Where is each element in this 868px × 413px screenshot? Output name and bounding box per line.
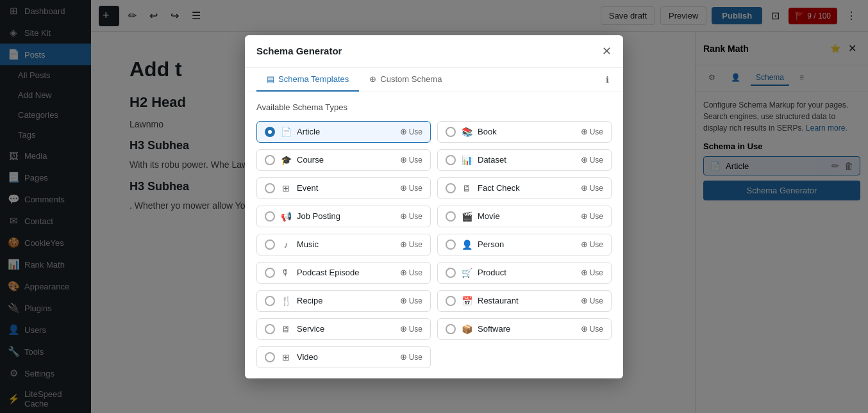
use-icon: ⊕ — [581, 296, 588, 305]
schema-card-event[interactable]: ⊞Event⊕Use — [256, 177, 431, 199]
music-icon: ♪ — [280, 239, 292, 250]
schema-card-person[interactable]: 👤Person⊕Use — [437, 234, 612, 255]
label-job-posting: Job Posting — [297, 211, 395, 221]
use-button-software[interactable]: ⊕Use — [581, 324, 603, 334]
label-product: Product — [478, 268, 576, 277]
schema-card-fact-check[interactable]: 🖥Fact Check⊕Use — [437, 177, 612, 199]
use-button-dataset[interactable]: ⊕Use — [581, 155, 603, 165]
use-button-event[interactable]: ⊕Use — [400, 183, 422, 193]
schema-card-book[interactable]: 📚Book⊕Use — [437, 121, 612, 143]
radio-event[interactable] — [265, 183, 275, 193]
label-person: Person — [478, 239, 576, 249]
label-podcast-episode: Podcast Episode — [297, 268, 395, 277]
modal-body: Available Schema Types 📄Article⊕Use📚Book… — [245, 92, 623, 378]
label-software: Software — [478, 324, 576, 334]
use-icon: ⊕ — [581, 324, 588, 334]
use-button-book[interactable]: ⊕Use — [581, 127, 603, 136]
use-button-podcast-episode[interactable]: ⊕Use — [400, 268, 422, 277]
use-button-person[interactable]: ⊕Use — [581, 239, 603, 249]
radio-dataset[interactable] — [446, 155, 456, 165]
radio-product[interactable] — [446, 268, 456, 278]
radio-job-posting[interactable] — [265, 211, 275, 222]
modal-header: Schema Generator ✕ — [245, 35, 623, 68]
event-icon: ⊞ — [280, 183, 292, 193]
video-icon: ⊞ — [280, 352, 292, 362]
radio-recipe[interactable] — [265, 296, 275, 306]
label-restaurant: Restaurant — [478, 296, 576, 305]
movie-icon: 🎬 — [461, 211, 472, 222]
radio-restaurant[interactable] — [446, 296, 456, 306]
schema-card-recipe[interactable]: 🍴Recipe⊕Use — [256, 290, 431, 312]
dataset-icon: 📊 — [461, 155, 472, 165]
schema-card-service[interactable]: 🖥Service⊕Use — [256, 318, 431, 340]
schema-templates-icon: ▤ — [267, 74, 274, 84]
schema-card-software[interactable]: 📦Software⊕Use — [437, 318, 612, 340]
modal-overlay: Schema Generator ✕ ▤ Schema Templates ⊕ … — [0, 0, 868, 413]
use-button-restaurant[interactable]: ⊕Use — [581, 296, 603, 305]
use-button-music[interactable]: ⊕Use — [400, 239, 422, 249]
schema-card-restaurant[interactable]: 📅Restaurant⊕Use — [437, 290, 612, 312]
schema-card-product[interactable]: 🛒Product⊕Use — [437, 262, 612, 284]
use-icon: ⊕ — [581, 268, 588, 277]
custom-schema-label: Custom Schema — [380, 74, 442, 84]
info-button[interactable]: ℹ — [603, 69, 612, 91]
tab-custom-schema[interactable]: ⊕ Custom Schema — [359, 68, 452, 92]
use-button-product[interactable]: ⊕Use — [581, 268, 603, 277]
radio-book[interactable] — [446, 127, 456, 137]
schema-card-video[interactable]: ⊞Video⊕Use — [256, 346, 431, 368]
modal-title: Schema Generator — [256, 45, 342, 56]
label-recipe: Recipe — [297, 296, 395, 305]
label-video: Video — [297, 352, 395, 362]
use-icon: ⊕ — [581, 155, 588, 165]
use-button-job-posting[interactable]: ⊕Use — [400, 211, 422, 221]
schema-card-job-posting[interactable]: 📢Job Posting⊕Use — [256, 206, 431, 227]
label-book: Book — [478, 127, 576, 136]
schema-templates-label: Schema Templates — [278, 74, 349, 84]
modal-tabs: ▤ Schema Templates ⊕ Custom Schema ℹ — [245, 68, 623, 92]
fact-check-icon: 🖥 — [461, 183, 472, 193]
use-icon: ⊕ — [400, 155, 407, 165]
podcast-episode-icon: 🎙 — [280, 268, 292, 278]
radio-article[interactable] — [265, 127, 275, 137]
schema-card-dataset[interactable]: 📊Dataset⊕Use — [437, 149, 612, 171]
label-article: Article — [297, 127, 395, 136]
label-event: Event — [297, 183, 395, 193]
use-button-fact-check[interactable]: ⊕Use — [581, 183, 603, 193]
modal-close-button[interactable]: ✕ — [602, 44, 612, 58]
use-icon: ⊕ — [400, 296, 407, 305]
use-icon: ⊕ — [400, 352, 407, 362]
radio-course[interactable] — [265, 155, 275, 165]
custom-schema-icon: ⊕ — [369, 74, 376, 84]
radio-movie[interactable] — [446, 211, 456, 222]
use-icon: ⊕ — [400, 211, 407, 221]
schema-card-movie[interactable]: 🎬Movie⊕Use — [437, 206, 612, 227]
job-posting-icon: 📢 — [280, 211, 292, 222]
tab-schema-templates[interactable]: ▤ Schema Templates — [256, 68, 359, 92]
radio-music[interactable] — [265, 239, 275, 250]
schema-card-podcast-episode[interactable]: 🎙Podcast Episode⊕Use — [256, 262, 431, 284]
use-button-recipe[interactable]: ⊕Use — [400, 296, 422, 305]
radio-video[interactable] — [265, 352, 275, 362]
radio-software[interactable] — [446, 324, 456, 334]
schema-grid: 📄Article⊕Use📚Book⊕Use🎓Course⊕Use📊Dataset… — [256, 121, 612, 368]
radio-person[interactable] — [446, 239, 456, 250]
book-icon: 📚 — [461, 127, 472, 137]
use-button-course[interactable]: ⊕Use — [400, 155, 422, 165]
restaurant-icon: 📅 — [461, 296, 472, 306]
use-button-article[interactable]: ⊕Use — [400, 127, 422, 136]
radio-fact-check[interactable] — [446, 183, 456, 193]
use-button-movie[interactable]: ⊕Use — [581, 211, 603, 221]
use-button-video[interactable]: ⊕Use — [400, 352, 422, 362]
schema-card-article[interactable]: 📄Article⊕Use — [256, 121, 431, 143]
recipe-icon: 🍴 — [280, 296, 292, 306]
use-button-service[interactable]: ⊕Use — [400, 324, 422, 334]
label-dataset: Dataset — [478, 155, 576, 165]
schema-card-course[interactable]: 🎓Course⊕Use — [256, 149, 431, 171]
article-icon: 📄 — [280, 127, 292, 137]
radio-podcast-episode[interactable] — [265, 268, 275, 278]
label-movie: Movie — [478, 211, 576, 221]
schema-card-music[interactable]: ♪Music⊕Use — [256, 234, 431, 255]
label-course: Course — [297, 155, 395, 165]
use-icon: ⊕ — [581, 239, 588, 249]
radio-service[interactable] — [265, 324, 275, 334]
